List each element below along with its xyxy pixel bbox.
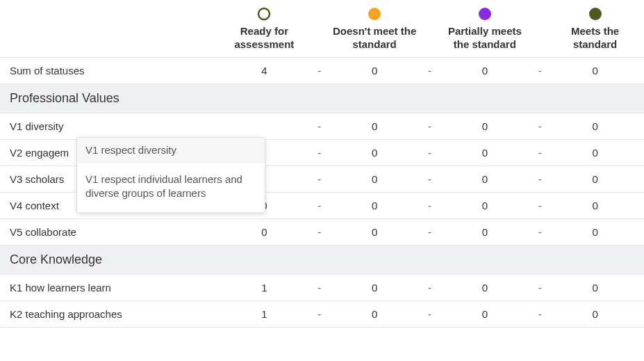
table-row[interactable]: V5 collaborate 0 - 0 - 0 - 0 (0, 219, 644, 246)
sep: - (534, 193, 546, 218)
sum-value-0: 4 (215, 58, 313, 83)
cell: 0 (326, 275, 424, 300)
sep: - (534, 275, 546, 300)
cell: 0 (326, 113, 424, 139)
cell: 0 (436, 166, 534, 192)
cell: 0 (436, 275, 534, 300)
cell: 0 (546, 219, 644, 245)
sep: - (534, 113, 546, 139)
sep: - (313, 301, 326, 327)
svg-point-2 (479, 8, 491, 20)
sep: - (424, 301, 436, 327)
svg-point-1 (368, 8, 381, 20)
svg-point-0 (258, 8, 270, 19)
cell: 0 (436, 140, 534, 166)
cell: 0 (436, 113, 534, 139)
cell: 0 (215, 219, 313, 245)
row-label: V5 collaborate (0, 219, 215, 245)
sum-value-1: 0 (326, 58, 424, 83)
section-heading-professional-values: Professional Values (0, 84, 644, 113)
column-header-label: Meets the standard (550, 25, 640, 51)
cell: 0 (436, 193, 534, 218)
sum-row: Sum of statuses 4 - 0 - 0 - 0 (0, 58, 644, 84)
sep: - (424, 219, 436, 245)
cell: 0 (546, 113, 644, 139)
sep: - (313, 193, 326, 218)
tooltip-card: V1 respect diversity V1 respect individu… (76, 137, 265, 213)
cell: 0 (436, 219, 534, 245)
sep: - (534, 58, 546, 83)
section-heading-core-knowledge: Core Knowledge (0, 246, 644, 275)
column-header-label: Doesn't meet the standard (330, 25, 420, 51)
column-header-meets: Meets the standard (546, 0, 644, 57)
dot-icon (368, 7, 381, 21)
column-sep (313, 0, 326, 57)
cell: 0 (326, 193, 424, 218)
dot-icon (588, 7, 602, 21)
cell: 0 (546, 301, 644, 327)
table-row[interactable]: V1 diversity - 0 - 0 - 0 (0, 113, 644, 140)
sum-label: Sum of statuses (0, 58, 215, 83)
tooltip-title: V1 respect diversity (77, 138, 265, 163)
sep: - (313, 275, 326, 300)
column-sep (424, 0, 436, 57)
cell: 0 (326, 166, 424, 192)
row-label: K2 teaching approaches (0, 301, 215, 327)
sep: - (424, 113, 436, 139)
row-label: V1 diversity (0, 113, 215, 139)
sep: - (534, 140, 546, 166)
cell: 0 (546, 140, 644, 166)
sep: - (424, 275, 436, 300)
cell: 0 (436, 301, 534, 327)
column-sep (534, 0, 546, 57)
cell: 0 (546, 166, 644, 192)
table-row[interactable]: K1 how learners learn 1 - 0 - 0 - 0 (0, 275, 644, 301)
column-header-label: Ready for assessment (220, 25, 309, 51)
sep: - (313, 166, 326, 192)
tooltip-body: V1 respect individual learners and diver… (77, 163, 265, 212)
dot-icon (478, 7, 492, 21)
sep: - (313, 219, 326, 245)
header-row: Ready for assessment Doesn't meet the st… (0, 0, 644, 58)
sep: - (534, 301, 546, 327)
sum-value-2: 0 (436, 58, 534, 83)
sep: - (313, 113, 326, 139)
column-header-label: Partially meets the standard (440, 25, 530, 51)
svg-point-3 (589, 8, 602, 20)
table-row[interactable]: K2 teaching approaches 1 - 0 - 0 - 0 (0, 301, 644, 328)
header-blank (0, 0, 215, 57)
sep: - (313, 58, 326, 83)
sep: - (534, 166, 546, 192)
sep: - (424, 140, 436, 166)
column-header-ready: Ready for assessment (215, 0, 313, 57)
cell: 0 (546, 193, 644, 218)
ring-icon (257, 7, 271, 21)
sep: - (534, 219, 546, 245)
section-label: Professional Values (0, 84, 644, 113)
cell: 0 (326, 219, 424, 245)
row-label: K1 how learners learn (0, 275, 215, 300)
cell (215, 113, 313, 139)
cell: 1 (215, 301, 313, 327)
column-header-doesnt-meet: Doesn't meet the standard (326, 0, 424, 57)
column-header-partially-meets: Partially meets the standard (436, 0, 534, 57)
sep: - (424, 166, 436, 192)
sum-value-3: 0 (546, 58, 644, 83)
sep: - (424, 193, 436, 218)
cell: 1 (215, 275, 313, 300)
sep: - (424, 58, 436, 83)
sep: - (313, 140, 326, 166)
section-label: Core Knowledge (0, 246, 644, 274)
cell: 0 (546, 275, 644, 300)
cell: 0 (326, 140, 424, 166)
cell: 0 (326, 301, 424, 327)
